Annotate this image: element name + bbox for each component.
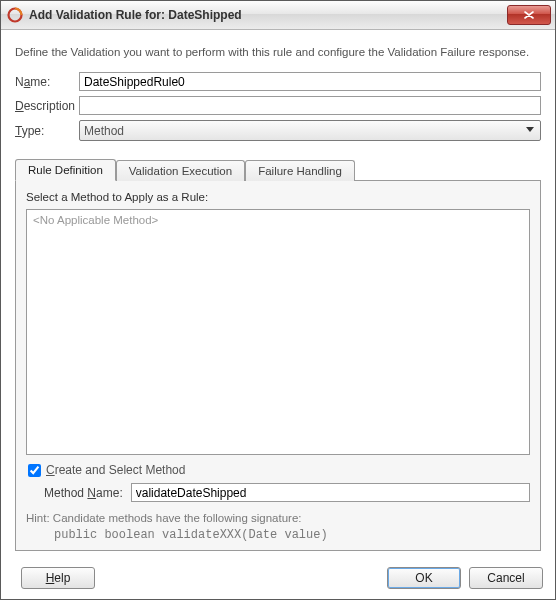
help-button[interactable]: Help bbox=[21, 567, 95, 589]
type-row: Type: Method bbox=[15, 120, 541, 141]
tab-strip: Rule Definition Validation Execution Fai… bbox=[15, 158, 541, 180]
cancel-button[interactable]: Cancel bbox=[469, 567, 543, 589]
listbox-placeholder: <No Applicable Method> bbox=[33, 214, 523, 226]
name-row: Name: bbox=[15, 72, 541, 91]
method-listbox[interactable]: <No Applicable Method> bbox=[26, 209, 530, 455]
chevron-down-icon bbox=[526, 127, 534, 132]
method-name-row: Method Name: bbox=[44, 483, 530, 502]
intro-text: Define the Validation you want to perfor… bbox=[15, 46, 541, 58]
close-icon bbox=[524, 9, 534, 21]
description-label: Description bbox=[15, 99, 79, 113]
tab-rule-definition[interactable]: Rule Definition bbox=[15, 159, 116, 181]
type-combobox[interactable]: Method bbox=[79, 120, 541, 141]
dialog-body: Define the Validation you want to perfor… bbox=[1, 30, 555, 561]
method-name-label: Method Name: bbox=[44, 486, 123, 500]
method-name-input[interactable] bbox=[131, 483, 530, 502]
name-input[interactable] bbox=[79, 72, 541, 91]
hint-text: Hint: Candidate methods have the followi… bbox=[26, 512, 530, 524]
select-method-label: Select a Method to Apply as a Rule: bbox=[26, 191, 530, 203]
type-value: Method bbox=[84, 124, 124, 138]
tabs-container: Rule Definition Validation Execution Fai… bbox=[15, 158, 541, 551]
button-bar: Help OK Cancel bbox=[1, 561, 555, 599]
type-label: Type: bbox=[15, 124, 79, 138]
description-input[interactable] bbox=[79, 96, 541, 115]
tab-failure-handling[interactable]: Failure Handling bbox=[245, 160, 355, 181]
ok-button[interactable]: OK bbox=[387, 567, 461, 589]
description-row: Description bbox=[15, 96, 541, 115]
rule-definition-panel: Select a Method to Apply as a Rule: <No … bbox=[15, 180, 541, 551]
create-method-checkbox[interactable] bbox=[28, 464, 41, 477]
dialog-window: Add Validation Rule for: DateShipped Def… bbox=[0, 0, 556, 600]
tab-validation-execution[interactable]: Validation Execution bbox=[116, 160, 245, 181]
signature-text: public boolean validateXXX(Date value) bbox=[54, 528, 530, 542]
name-label: Name: bbox=[15, 75, 79, 89]
app-icon bbox=[7, 7, 23, 23]
create-method-label: Create and Select Method bbox=[46, 463, 185, 477]
window-title: Add Validation Rule for: DateShipped bbox=[29, 8, 507, 22]
title-bar: Add Validation Rule for: DateShipped bbox=[1, 1, 555, 30]
close-button[interactable] bbox=[507, 5, 551, 25]
create-method-row: Create and Select Method bbox=[26, 463, 530, 477]
